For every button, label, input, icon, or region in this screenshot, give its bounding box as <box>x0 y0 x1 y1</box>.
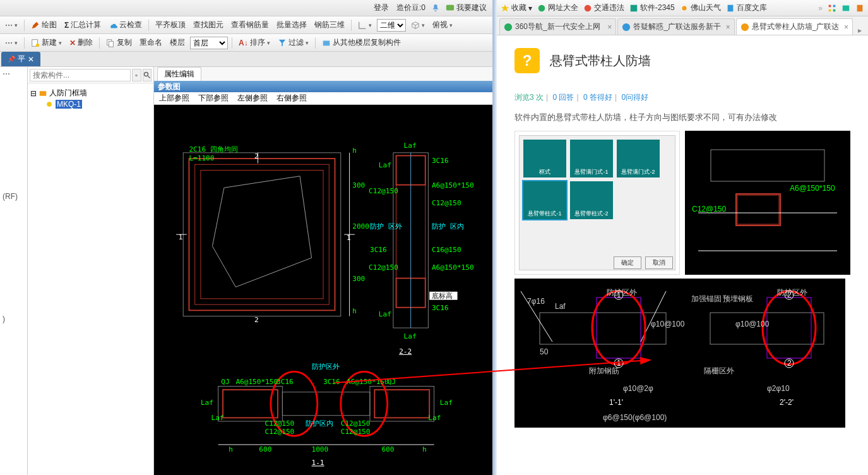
svg-text:Laf: Laf <box>379 310 391 318</box>
attachment-cad-1[interactable]: C12@150 A6@150*150 <box>685 131 850 275</box>
search-input[interactable] <box>30 69 131 81</box>
collapse-icon[interactable]: ⊟ <box>30 89 37 98</box>
delete-btn[interactable]: ✕ 删除 <box>67 36 95 49</box>
svg-text:加强锚固: 加强锚固 <box>691 294 722 303</box>
new-tab-btn[interactable]: ▸ <box>854 26 865 35</box>
grid-icon[interactable] <box>828 4 836 13</box>
svg-text:C12@150: C12@150 <box>341 428 371 436</box>
attachment-cad-2[interactable]: 1 1 7φ16 Laf φ10@100 50 1'-1' 防护区外 加强锚固 … <box>514 279 845 428</box>
overflow-icon[interactable]: » <box>818 4 823 13</box>
rename-btn[interactable]: 重命名 <box>137 36 165 49</box>
fav-weather[interactable]: 佛山天气 <box>680 3 721 13</box>
good-ans-link[interactable]: 0 答得好 <box>583 93 612 102</box>
copy-btn[interactable]: 复制 <box>104 36 134 49</box>
ref-top[interactable]: 上部参照 <box>159 93 189 104</box>
svg-rect-87 <box>829 4 831 7</box>
search-go-btn[interactable] <box>143 69 152 81</box>
cloud-check-btn[interactable]: 云检查 <box>106 18 145 32</box>
cube-btn[interactable]: ▾ <box>408 20 427 31</box>
svg-text:2-2: 2-2 <box>399 347 412 356</box>
svg-rect-104 <box>514 279 845 428</box>
cad-application: 登录 造价豆:0 我要建议 ⋯ ▾ 绘图 Σ 汇总计算 云检查 平齐板顶 查找图… <box>0 0 494 475</box>
svg-text:A6@150*150: A6@150*150 <box>432 263 474 272</box>
axis-btn[interactable]: ▾ <box>355 20 374 31</box>
component-tree[interactable]: ⊟ 人防门框墙 MKQ-1 <box>28 83 153 475</box>
ref-right[interactable]: 右侧参照 <box>276 93 307 104</box>
flat-btn[interactable]: 平齐板顶 <box>153 18 188 32</box>
tree-item-mkq1[interactable]: MKQ-1 <box>30 99 151 109</box>
svg-text:A6@150*150: A6@150*150 <box>790 184 835 193</box>
funnel-icon <box>278 39 287 47</box>
svg-text:Laf: Laf <box>440 399 453 407</box>
note-icon[interactable] <box>855 4 864 13</box>
svg-point-8 <box>47 102 52 107</box>
view-select[interactable]: 二维 <box>377 19 406 32</box>
close-icon[interactable]: × <box>607 23 612 32</box>
batch-btn[interactable]: 批量选择 <box>274 18 309 32</box>
copy-from-btn[interactable]: 从其他楼层复制构件 <box>319 36 403 49</box>
search-clear-btn[interactable]: ◦ <box>132 69 141 81</box>
ok-button: 确定 <box>614 256 641 269</box>
attachment-dialog[interactable]: 框式 悬臂满门式-1 悬臂满门式-2 悬臂带柱式-1 悬臂带柱式-2 确定 取消 <box>514 131 680 275</box>
good-q-link[interactable]: 0问得好 <box>621 93 648 102</box>
fav-wz[interactable]: 网址大全 <box>537 3 578 13</box>
close-icon[interactable]: ✕ <box>28 55 34 64</box>
fav-traffic[interactable]: 交通违法 <box>583 3 624 13</box>
cad-viewport[interactable]: 2C16 四角均同 L=1100 2 1 1 2 300 2000 300 <box>154 105 492 475</box>
fav-baidu[interactable]: 百度文库 <box>726 3 767 13</box>
import-icon <box>322 39 331 47</box>
svg-text:7φ16: 7φ16 <box>527 297 545 306</box>
tab-plan[interactable]: 📌平 ✕ <box>1 52 40 66</box>
svg-text:Laf: Laf <box>211 414 224 422</box>
svg-rect-92 <box>857 4 863 11</box>
tree-root[interactable]: ⊟ 人防门框墙 <box>30 87 151 99</box>
find-btn[interactable]: 查找图元 <box>191 18 226 32</box>
tab-property[interactable]: 属性编辑 <box>157 67 201 81</box>
ref-bottom[interactable]: 下部参照 <box>198 93 229 104</box>
tri-btn[interactable]: 钢筋三维 <box>312 18 347 32</box>
svg-text:Laf: Laf <box>379 161 391 169</box>
filter-btn[interactable]: 过滤▾ <box>275 36 311 49</box>
tab-360[interactable]: 360导航_新一代安全上网× <box>499 18 616 35</box>
sort-btn[interactable]: A↓ 排序▾ <box>236 36 273 49</box>
floor-select[interactable]: 首层 <box>190 37 228 49</box>
suggest-link[interactable]: 我要建议 <box>444 3 489 13</box>
question-meta: 浏览3 次| 0 回答| 0 答得好| 0问得好 <box>514 92 850 103</box>
ref-left[interactable]: 左侧参照 <box>237 93 268 104</box>
login-link[interactable]: 登录 <box>372 3 391 13</box>
svg-rect-54 <box>370 386 434 421</box>
mail-icon[interactable] <box>841 4 850 13</box>
tab-current[interactable]: 悬臂式带柱人防墙_广联达× <box>736 18 853 35</box>
left-tab-strip: 📌平 ✕ <box>0 52 492 67</box>
svg-text:防护
区外: 防护 区外 <box>370 222 402 231</box>
overlook-btn[interactable]: 俯视▾ <box>430 18 455 32</box>
svg-rect-55 <box>282 392 370 416</box>
svg-rect-12 <box>183 153 341 316</box>
svg-point-2 <box>36 43 39 46</box>
svg-text:300: 300 <box>352 181 365 189</box>
svg-marker-13 <box>212 176 311 287</box>
svg-point-94 <box>622 23 630 30</box>
close-icon[interactable]: × <box>844 23 848 32</box>
axis-icon <box>358 21 367 30</box>
type-cell: 悬臂满门式-1 <box>570 140 613 177</box>
rebar-btn[interactable]: 查看钢筋量 <box>229 18 271 32</box>
module-menu-2[interactable]: ⋯ ▾ <box>3 37 20 49</box>
fav-soft[interactable]: 软件-2345 <box>629 3 675 13</box>
question-title: 悬臂式带柱人防墙 <box>550 52 651 69</box>
sum-btn[interactable]: Σ 汇总计算 <box>62 18 104 32</box>
svg-text:C12@150: C12@150 <box>432 199 461 207</box>
gld-icon <box>622 23 631 32</box>
module-menu[interactable]: ⋯ ▾ <box>3 20 20 31</box>
answers-link[interactable]: 0 回答 <box>552 93 574 102</box>
tab-faq[interactable]: 答疑解惑_广联达服务新干× <box>617 18 734 35</box>
draw-btn[interactable]: 绘图 <box>28 18 59 32</box>
svg-rect-88 <box>833 4 836 7</box>
fav-collect[interactable]: 收藏 ▾ <box>501 3 532 13</box>
new-btn[interactable]: 新建▾ <box>28 36 64 49</box>
bell-icon[interactable] <box>431 4 440 13</box>
cloud-icon <box>109 21 117 30</box>
svg-text:防护
区内: 防护 区内 <box>432 222 464 231</box>
close-icon[interactable]: × <box>726 23 730 32</box>
svg-text:2: 2 <box>787 359 792 368</box>
